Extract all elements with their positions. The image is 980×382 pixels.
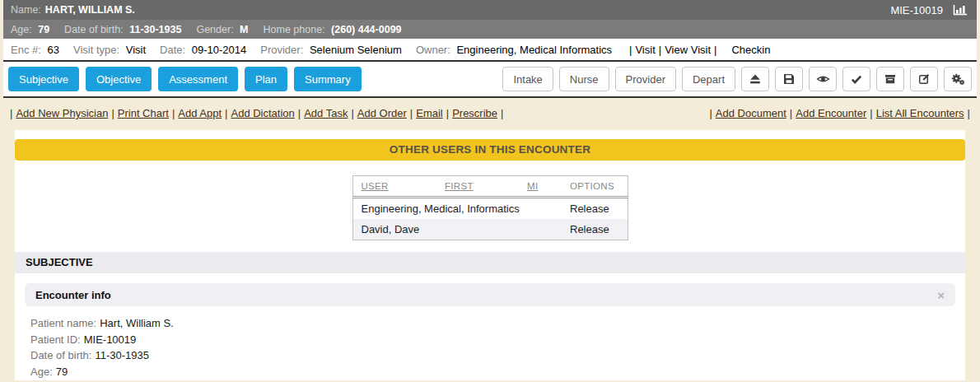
gender-value: M xyxy=(240,24,248,35)
column-header-user[interactable]: USER xyxy=(352,176,436,198)
table-header-row: USER FIRST MI OPTIONS xyxy=(352,176,628,198)
checkin-link[interactable]: Checkin xyxy=(731,44,770,56)
quick-links-left: | Add New Physician | Print Chart | Add … xyxy=(7,107,506,119)
separator: | xyxy=(501,107,503,119)
add-appt-link[interactable]: Add Appt xyxy=(178,107,222,119)
release-link[interactable]: Release xyxy=(562,198,628,220)
phone-label: Home phone: xyxy=(264,24,325,35)
demographics-bar: Age: 79 Date of birth: 11-30-1935 Gender… xyxy=(3,20,977,39)
settings-button[interactable] xyxy=(944,67,972,91)
add-dictation-link[interactable]: Add Dictation xyxy=(231,107,294,119)
field-label: Date of birth: xyxy=(30,349,91,361)
patient-id: MIE-10019 xyxy=(890,4,943,16)
age-label: Age: xyxy=(11,24,32,35)
tab-subjective[interactable]: Subjective xyxy=(8,67,79,91)
field-value: Hart, William S. xyxy=(100,317,174,329)
encounter-summary-bar: Enc #: 63 Visit type: Visit Date: 09-10-… xyxy=(3,39,977,62)
list-all-encounters-link[interactable]: List All Encounters xyxy=(876,107,964,119)
nurse-button[interactable]: Nurse xyxy=(559,67,609,91)
visit-type-value: Visit xyxy=(126,44,146,56)
column-header-mi[interactable]: MI xyxy=(519,176,562,198)
user-name-cell: Engineering, Medical, Informatics xyxy=(352,198,562,220)
tab-summary[interactable]: Summary xyxy=(294,67,362,91)
eject-button[interactable] xyxy=(741,67,769,91)
owner-label: Owner: xyxy=(416,44,450,56)
archive-button[interactable] xyxy=(876,67,904,91)
add-task-link[interactable]: Add Task xyxy=(304,107,348,119)
prescribe-link[interactable]: Prescribe xyxy=(452,107,497,119)
separator: | xyxy=(659,44,661,56)
intake-button[interactable]: Intake xyxy=(502,67,553,91)
separator: | xyxy=(298,107,301,119)
tab-plan[interactable]: Plan xyxy=(245,67,287,91)
subjective-section-header: SUBJECTIVE xyxy=(15,252,965,273)
info-line-patient-id: Patient ID:MIE-10019 xyxy=(30,332,965,348)
other-users-table: USER FIRST MI OPTIONS Engineering, Medic… xyxy=(352,175,628,240)
save-icon xyxy=(782,72,796,86)
separator: | xyxy=(351,107,353,119)
owner-value: Engineering, Medical Informatics xyxy=(456,44,612,56)
quick-links-bar: | Add New Physician | Print Chart | Add … xyxy=(0,98,980,130)
release-link[interactable]: Release xyxy=(562,219,628,240)
dob-value: 11-30-1935 xyxy=(129,24,181,35)
eye-icon xyxy=(816,72,830,86)
email-link[interactable]: Email xyxy=(416,107,443,119)
separator: | xyxy=(709,107,712,119)
provider-button[interactable]: Provider xyxy=(615,67,676,91)
add-encounter-link[interactable]: Add Encounter xyxy=(796,107,866,119)
user-name-cell: David, Dave xyxy=(352,219,562,240)
info-line-dob: Date of birth:11-30-1935 xyxy=(30,347,965,364)
encounter-info-title: Encounter info xyxy=(35,289,111,301)
depart-button[interactable]: Depart xyxy=(682,67,735,91)
visit-link[interactable]: Visit xyxy=(635,44,655,56)
preview-button[interactable] xyxy=(809,67,837,91)
field-label: Patient name: xyxy=(30,317,96,329)
chart-icon[interactable] xyxy=(951,3,969,17)
age-value: 79 xyxy=(38,24,49,35)
toolbar: Subjective Objective Assessment Plan Sum… xyxy=(3,62,977,98)
quick-links-right: | Add Document | Add Encounter | List Al… xyxy=(706,107,973,119)
archive-icon xyxy=(884,72,897,86)
separator: | xyxy=(446,107,449,119)
tab-assessment[interactable]: Assessment xyxy=(158,67,238,91)
separator: | xyxy=(10,107,12,119)
separator: | xyxy=(225,107,227,119)
separator: | xyxy=(111,107,114,119)
provider-value: Selenium Selenium xyxy=(310,44,402,56)
close-icon[interactable]: × xyxy=(937,289,945,301)
field-label: Age: xyxy=(30,366,53,378)
encounter-info-body: Patient name:Hart, William S. Patient ID… xyxy=(15,306,965,382)
encounter-info-header[interactable]: Encounter info × xyxy=(25,283,955,306)
field-label: Patient ID: xyxy=(30,333,81,346)
phone-value: (260) 444-0099 xyxy=(331,24,401,35)
other-users-banner: OTHER USERS IN THIS ENCOUNTER xyxy=(15,139,965,161)
info-line-age: Age:79 xyxy=(30,364,965,380)
edit-button[interactable] xyxy=(910,67,938,91)
tab-objective[interactable]: Objective xyxy=(86,67,152,91)
name-label: Name: xyxy=(11,4,41,16)
eject-icon xyxy=(749,72,762,86)
gender-label: Gender: xyxy=(196,24,233,35)
separator: | xyxy=(714,44,716,56)
save-button[interactable] xyxy=(775,67,803,91)
sign-button[interactable] xyxy=(842,67,870,91)
separator: | xyxy=(410,107,413,119)
print-chart-link[interactable]: Print Chart xyxy=(118,107,169,119)
patient-name: HART, WILLIAM S. xyxy=(45,4,135,16)
add-new-physician-link[interactable]: Add New Physician xyxy=(16,107,108,119)
enc-number-value: 63 xyxy=(47,44,58,56)
content-area: OTHER USERS IN THIS ENCOUNTER USER FIRST… xyxy=(0,130,980,380)
separator: | xyxy=(172,107,175,119)
enc-date-value: 09-10-2014 xyxy=(192,44,247,56)
add-document-link[interactable]: Add Document xyxy=(716,107,786,119)
add-order-link[interactable]: Add Order xyxy=(357,107,407,119)
separator: | xyxy=(968,107,970,119)
field-value: 11-30-1935 xyxy=(95,349,149,361)
gears-icon xyxy=(951,72,965,86)
separator: | xyxy=(629,44,632,56)
field-value: 79 xyxy=(56,366,68,378)
column-header-first[interactable]: FIRST xyxy=(436,176,519,198)
patient-title-bar: Name: HART, WILLIAM S. MIE-10019 xyxy=(3,0,977,20)
separator: | xyxy=(790,107,792,119)
view-visit-link[interactable]: View Visit xyxy=(665,44,711,56)
